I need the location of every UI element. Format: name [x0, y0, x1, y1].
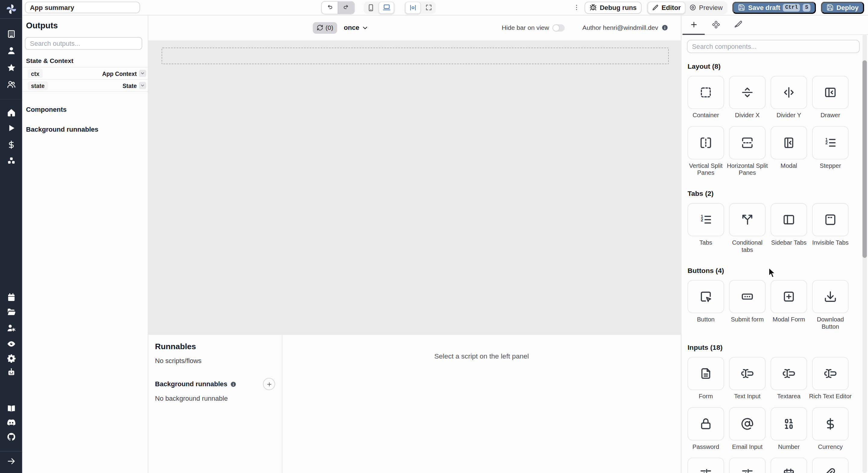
component-card-box[interactable]: [729, 407, 766, 440]
sidebar-item-workers-groups[interactable]: [0, 320, 22, 335]
undo-button[interactable]: [321, 1, 338, 13]
component-card-box[interactable]: [729, 457, 766, 473]
component-card-box[interactable]: [812, 357, 848, 390]
sidebar-item-github[interactable]: [0, 429, 22, 444]
component-card-box[interactable]: [729, 76, 766, 109]
component-card-box[interactable]: [687, 280, 724, 313]
component-card-box[interactable]: [729, 357, 766, 390]
component-card-box[interactable]: [771, 280, 807, 313]
tab-preview[interactable]: Preview: [685, 2, 726, 13]
component-card-box[interactable]: 12: [687, 203, 724, 236]
empty-dropzone[interactable]: [161, 48, 669, 64]
component-card-form[interactable]: Form: [687, 357, 724, 400]
component-card-email-input[interactable]: Email Input: [729, 407, 766, 450]
component-card-button[interactable]: Button: [687, 280, 724, 330]
state-context-row-ctx[interactable]: ctxApp Context: [22, 67, 148, 80]
sidebar-item-workers[interactable]: [0, 365, 22, 379]
component-card-textarea[interactable]: Textarea: [771, 357, 807, 400]
component-card-box[interactable]: [729, 203, 766, 236]
schedule-dropdown[interactable]: once: [344, 24, 369, 32]
component-card-box[interactable]: [687, 126, 724, 159]
center-layout-button[interactable]: [405, 1, 421, 13]
component-card-box[interactable]: [771, 126, 807, 159]
component-card-file-input[interactable]: File Input: [812, 457, 848, 473]
component-card-box[interactable]: [771, 203, 807, 236]
expand-row-button[interactable]: [139, 70, 146, 77]
component-card-box[interactable]: [729, 280, 766, 313]
sidebar-item-runs[interactable]: [0, 121, 22, 135]
component-card-box[interactable]: [687, 457, 724, 473]
component-card-container[interactable]: Container: [687, 76, 724, 119]
fullscreen-button[interactable]: [422, 2, 434, 12]
component-card-rich-text-editor[interactable]: Rich Text Editor: [812, 357, 848, 400]
app-summary-input[interactable]: [25, 2, 140, 13]
component-card-horizontal-split-panes[interactable]: Horizontal Split Panes: [729, 126, 766, 177]
component-card-sidebar-tabs[interactable]: Sidebar Tabs: [771, 203, 807, 253]
component-card-box[interactable]: [812, 76, 848, 109]
hide-bar-toggle[interactable]: [553, 24, 564, 31]
panel-tab-theme[interactable]: [727, 15, 749, 34]
component-card-box[interactable]: [687, 407, 724, 440]
component-card-vertical-split-panes[interactable]: Vertical Split Panes: [687, 126, 724, 177]
component-card-box[interactable]: 12: [812, 126, 848, 159]
component-card-currency[interactable]: Currency: [812, 407, 848, 450]
debug-runs-button[interactable]: Debug runs: [585, 1, 642, 13]
sidebar-item-schedules[interactable]: [0, 290, 22, 304]
component-card-divider-y[interactable]: Divider Y: [771, 76, 807, 119]
component-card-box[interactable]: [812, 457, 848, 473]
expand-row-button[interactable]: [139, 82, 146, 89]
deploy-button[interactable]: Deploy: [821, 1, 864, 13]
mobile-view-button[interactable]: [365, 2, 377, 12]
component-card-modal[interactable]: Modal: [771, 126, 807, 177]
component-card-range[interactable]: Range: [729, 457, 766, 473]
component-card-box[interactable]: [812, 280, 848, 313]
component-card-box[interactable]: [812, 203, 848, 236]
sidebar-item-docs[interactable]: [0, 401, 22, 416]
sidebar-item-user[interactable]: [0, 43, 22, 58]
sidebar-item-home[interactable]: [0, 105, 22, 120]
state-context-row-state[interactable]: stateState: [22, 80, 148, 92]
save-draft-button[interactable]: Save draft Ctrl S: [733, 1, 816, 13]
sidebar-item-audit-logs[interactable]: [0, 337, 22, 351]
component-card-download-button[interactable]: Download Button: [812, 280, 848, 330]
tab-editor[interactable]: Editor: [648, 1, 685, 13]
component-card-tabs[interactable]: 12Tabs: [687, 203, 724, 253]
component-card-drawer[interactable]: Drawer: [812, 76, 848, 119]
app-canvas[interactable]: [148, 40, 681, 334]
component-card-conditional-tabs[interactable]: Conditional tabs: [729, 203, 766, 253]
component-card-box[interactable]: [687, 357, 724, 390]
component-card-stepper[interactable]: 12Stepper: [812, 126, 848, 177]
search-outputs-input[interactable]: [25, 37, 142, 50]
sidebar-item-resources[interactable]: [0, 153, 22, 168]
add-background-runnable-button[interactable]: [263, 378, 275, 390]
component-card-box[interactable]: [771, 357, 807, 390]
sidebar-item-folders[interactable]: [0, 304, 22, 319]
component-card-text-input[interactable]: Text Input: [729, 357, 766, 400]
component-card-submit-form[interactable]: Submit form: [729, 280, 766, 330]
component-card-box[interactable]: [771, 76, 807, 109]
windmill-logo-icon[interactable]: [0, 2, 22, 16]
sidebar-item-variables[interactable]: [0, 137, 22, 152]
sidebar-item-settings[interactable]: [0, 351, 22, 365]
refresh-button[interactable]: (0): [313, 22, 337, 34]
info-icon[interactable]: [661, 24, 668, 31]
desktop-view-button[interactable]: [378, 1, 394, 13]
panel-tab-components-settings[interactable]: [705, 15, 727, 34]
sidebar-item-workspace[interactable]: [0, 27, 22, 41]
component-card-box[interactable]: [771, 407, 807, 440]
redo-button[interactable]: [338, 1, 354, 13]
more-menu-button[interactable]: [573, 1, 580, 13]
sidebar-item-collapse[interactable]: [0, 454, 22, 468]
sidebar-item-discord[interactable]: [0, 415, 22, 430]
component-card-slider[interactable]: Slider: [687, 457, 724, 473]
info-icon[interactable]: [230, 381, 236, 387]
component-card-box[interactable]: [687, 76, 724, 109]
component-card-date[interactable]: Date: [771, 457, 807, 473]
component-card-divider-x[interactable]: Divider X: [729, 76, 766, 119]
component-card-box[interactable]: [812, 407, 848, 440]
component-card-number[interactable]: Number: [771, 407, 807, 450]
panel-tab-insert[interactable]: [683, 15, 705, 34]
component-card-invisible-tabs[interactable]: Invisible Tabs: [812, 203, 848, 253]
component-card-box[interactable]: [771, 457, 807, 473]
search-components-input[interactable]: [687, 40, 860, 53]
